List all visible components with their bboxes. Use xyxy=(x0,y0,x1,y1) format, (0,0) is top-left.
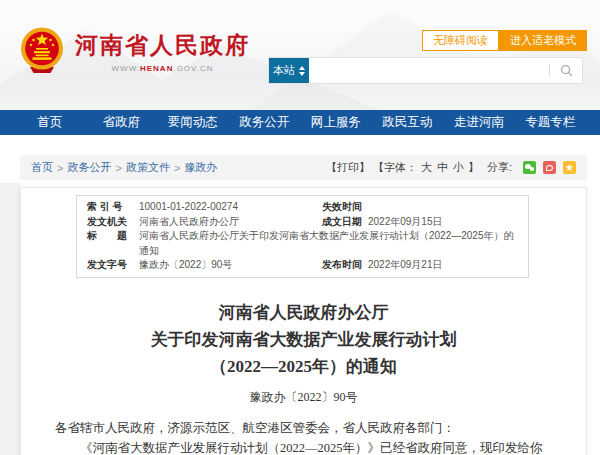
meta-row: 标 题 河南省人民政府办公厅关于印发河南省大数据产业发展行动计划（2022—20… xyxy=(87,229,518,258)
meta-index-value: 10001-01-2022-00274 xyxy=(139,200,322,215)
meta-expiry-value xyxy=(368,200,518,215)
document-body: 各省辖市人民政府，济源示范区、航空港区管委会，省人民政府各部门： 《河南省大数据… xyxy=(21,418,586,455)
elder-mode-button[interactable]: 进入适老模式 xyxy=(499,30,587,51)
sort-arrows-icon xyxy=(299,66,305,76)
breadcrumb-home[interactable]: 首页 xyxy=(31,160,53,175)
document-title-line2: 关于印发河南省大数据产业发展行动计划 xyxy=(21,326,586,353)
font-size-medium-button[interactable]: 中 xyxy=(437,160,448,175)
meta-index-label: 索 引 号 xyxy=(87,200,139,215)
search-icon xyxy=(560,64,573,77)
page: 河南省人民政府 WWW.HENAN.GOV.CN 无障碍阅读 进入适老模式 本站 xyxy=(0,0,600,455)
nav-item-home[interactable]: 首页 xyxy=(14,110,86,135)
nav-item-gov-affairs[interactable]: 政务公开 xyxy=(229,110,301,135)
meta-publish-date-label: 发布时间 xyxy=(322,258,368,273)
font-size-small-button[interactable]: 小 xyxy=(453,160,464,175)
print-button[interactable]: 【打印】 xyxy=(326,160,370,175)
site-url: WWW.HENAN.GOV.CN xyxy=(75,64,250,73)
site-url-brand: HENAN xyxy=(140,64,173,73)
share-wechat-icon[interactable] xyxy=(523,161,536,174)
document-content: 河南省人民政府办公厅 关于印发河南省大数据产业发展行动计划 （2022—2025… xyxy=(21,299,586,455)
nav-item-provincial-gov[interactable]: 省政府 xyxy=(86,110,158,135)
share-qzone-icon[interactable]: ★ xyxy=(563,161,576,174)
breadcrumb: 首页 > 政务公开 > 政策文件 > 豫政办 xyxy=(31,160,217,175)
meta-row: 发文机关 河南省人民政府办公厅 成文日期 2022年09月15日 xyxy=(87,215,518,230)
document-number: 豫政办〔2022〕90号 xyxy=(21,389,586,406)
share-label: 分享: xyxy=(487,160,512,175)
nav-item-into-henan[interactable]: 走进河南 xyxy=(443,110,515,135)
breadcrumb-separator: > xyxy=(57,162,63,174)
breadcrumb-separator: > xyxy=(115,162,121,174)
search-scope-select[interactable]: 本站 xyxy=(269,58,309,83)
meta-publish-date-value: 2022年09月21日 xyxy=(368,258,518,273)
search-button[interactable] xyxy=(550,58,582,83)
font-size-label-suffix: 】 xyxy=(468,160,479,175)
site-logo[interactable]: 河南省人民政府 WWW.HENAN.GOV.CN xyxy=(20,27,250,74)
meta-title-label: 标 题 xyxy=(87,229,139,258)
document-title: 河南省人民政府办公厅 关于印发河南省大数据产业发展行动计划 （2022—2025… xyxy=(21,299,586,380)
meta-written-date-value: 2022年09月15日 xyxy=(368,215,518,230)
meta-expiry-label: 失效时间 xyxy=(322,200,368,215)
document-title-line3: （2022—2025年）的通知 xyxy=(21,353,586,380)
search-scope-label: 本站 xyxy=(273,63,295,78)
breadcrumb-yuzhengban[interactable]: 豫政办 xyxy=(184,160,217,175)
meta-doc-number-value: 豫政办〔2022〕90号 xyxy=(139,258,322,273)
breadcrumb-separator: > xyxy=(174,162,180,174)
page-tools: 【打印】 【字体： 大 中 小 】 分享: ★ xyxy=(326,160,576,175)
meta-issuing-org-value: 河南省人民政府办公厅 xyxy=(139,215,322,230)
accessibility-reading-button[interactable]: 无障碍阅读 xyxy=(422,30,499,51)
meta-doc-number-label: 发文字号 xyxy=(87,258,139,273)
site-url-suffix: .GOV.CN xyxy=(173,64,213,73)
national-emblem-icon xyxy=(20,27,64,74)
document-title-line1: 河南省人民政府办公厅 xyxy=(21,299,586,326)
document-meta-table: 索 引 号 10001-01-2022-00274 失效时间 发文机关 河南省人… xyxy=(76,195,529,278)
search-input[interactable] xyxy=(309,58,549,83)
meta-row: 索 引 号 10001-01-2022-00274 失效时间 xyxy=(87,200,518,215)
main-nav: 首页 省政府 要闻动态 政务公开 网上服务 政民互动 走进河南 专题专栏 xyxy=(0,110,600,135)
search-bar: 本站 xyxy=(268,57,583,84)
meta-written-date-label: 成文日期 xyxy=(322,215,368,230)
document-paragraph: 各省辖市人民政府，济源示范区、航空港区管委会，省人民政府各部门： xyxy=(55,418,552,438)
document-card: 索 引 号 10001-01-2022-00274 失效时间 发文机关 河南省人… xyxy=(20,187,587,455)
header-buttons: 无障碍阅读 进入适老模式 xyxy=(422,30,587,51)
site-title: 河南省人民政府 xyxy=(75,32,250,60)
meta-row: 发文字号 豫政办〔2022〕90号 发布时间 2022年09月21日 xyxy=(87,258,518,273)
page-gutter xyxy=(0,183,20,455)
meta-issuing-org-label: 发文机关 xyxy=(87,215,139,230)
site-header: 河南省人民政府 WWW.HENAN.GOV.CN 无障碍阅读 进入适老模式 本站 xyxy=(0,0,600,110)
meta-title-value: 河南省人民政府办公厅关于印发河南省大数据产业发展行动计划（2022—2025年）… xyxy=(139,229,518,258)
site-url-prefix: WWW. xyxy=(112,64,140,73)
document-paragraph: 《河南省大数据产业发展行动计划（2022—2025年）》已经省政府同意，现印发给… xyxy=(55,438,552,455)
nav-item-online-services[interactable]: 网上服务 xyxy=(300,110,372,135)
breadcrumb-policy-docs[interactable]: 政策文件 xyxy=(126,160,170,175)
mountain-decoration xyxy=(250,0,600,110)
nav-item-special-topics[interactable]: 专题专栏 xyxy=(515,110,587,135)
breadcrumb-bar: 首页 > 政务公开 > 政策文件 > 豫政办 【打印】 【字体： 大 中 小 】… xyxy=(20,155,587,180)
site-text: 河南省人民政府 WWW.HENAN.GOV.CN xyxy=(75,27,250,73)
font-size-large-button[interactable]: 大 xyxy=(421,160,432,175)
breadcrumb-gov-affairs[interactable]: 政务公开 xyxy=(67,160,111,175)
nav-item-interaction[interactable]: 政民互动 xyxy=(372,110,444,135)
nav-item-news[interactable]: 要闻动态 xyxy=(157,110,229,135)
share-weibo-icon[interactable] xyxy=(543,161,556,174)
font-size-label: 【字体： xyxy=(373,160,417,175)
